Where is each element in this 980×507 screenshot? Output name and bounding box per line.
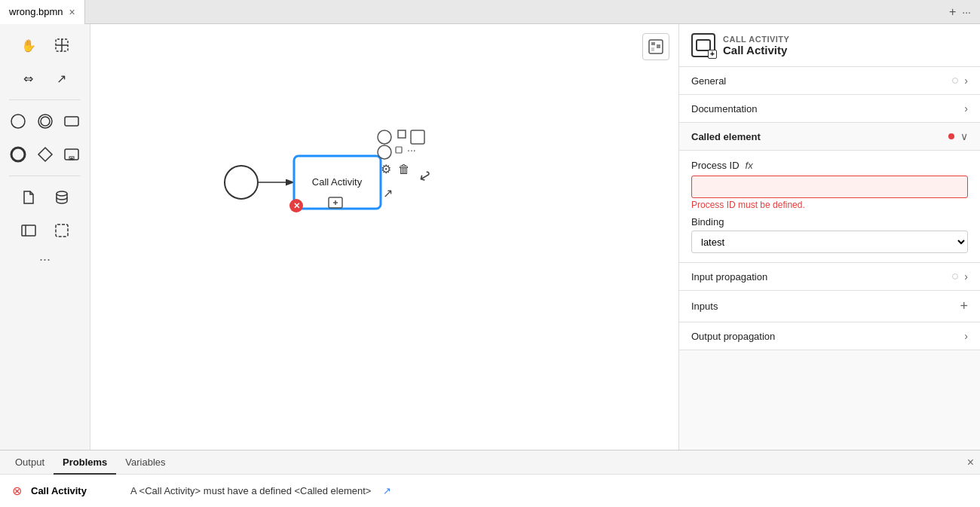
file-tab[interactable]: wrong.bpmn × xyxy=(0,0,85,24)
problem-message: A <Call Activity> must have a defined <C… xyxy=(130,485,371,496)
element-name-label: Call Activity xyxy=(723,44,789,57)
output-propagation-chevron: › xyxy=(964,330,968,342)
start-event-button[interactable] xyxy=(6,108,30,135)
svg-point-3 xyxy=(11,115,25,128)
svg-rect-30 xyxy=(396,147,402,153)
arrow-tool-button[interactable]: ↗ xyxy=(47,65,77,92)
svg-point-5 xyxy=(41,117,50,126)
svg-text:Call Activity: Call Activity xyxy=(312,176,363,188)
svg-text:🗑: 🗑 xyxy=(398,163,410,176)
output-tab[interactable]: Output xyxy=(6,450,54,475)
svg-rect-40 xyxy=(697,40,710,50)
call-activity-plus-icon: + xyxy=(708,50,717,59)
bottom-panel-close-button[interactable]: × xyxy=(967,456,974,469)
svg-point-13 xyxy=(57,191,67,196)
called-element-section[interactable]: Called element ∨ xyxy=(679,123,980,151)
inputs-section[interactable]: Inputs + xyxy=(679,291,980,322)
called-element-body: Process ID fx Process ID must be defined… xyxy=(679,151,980,263)
tab-bar-actions: + ··· xyxy=(949,5,980,19)
general-label: General xyxy=(691,75,952,87)
database-button[interactable] xyxy=(47,184,77,211)
svg-point-29 xyxy=(378,145,391,159)
svg-rect-39 xyxy=(651,47,654,51)
svg-rect-38 xyxy=(657,44,660,48)
svg-text:↩: ↩ xyxy=(415,166,435,187)
tab-close-button[interactable]: × xyxy=(69,7,75,17)
hand-tool-button[interactable]: ✋ xyxy=(14,32,44,59)
panel-title-group: CALL ACTIVITY Call Activity xyxy=(723,35,789,57)
toolbar-row-1: ✋ xyxy=(0,30,90,60)
called-element-chevron: ∨ xyxy=(960,130,968,142)
bottom-tabs: Output Problems Variables × xyxy=(0,450,980,475)
tab-filename: wrong.bpmn xyxy=(9,6,63,17)
called-element-dot xyxy=(948,133,954,139)
svg-rect-28 xyxy=(411,130,424,144)
svg-marker-27 xyxy=(398,130,406,138)
general-chevron: › xyxy=(964,75,968,87)
binding-label: Binding xyxy=(691,216,968,228)
intermediate-event-button[interactable] xyxy=(33,108,57,135)
panel-scrollable: General › Documentation › Called element… xyxy=(679,67,980,450)
process-id-label: Process ID xyxy=(691,160,740,171)
end-event-button[interactable] xyxy=(6,141,30,168)
toolbar-row-shapes-3 xyxy=(0,182,90,212)
svg-text:⚙: ⚙ xyxy=(381,163,391,176)
lasso-tool-button[interactable] xyxy=(47,32,77,59)
tab-bar: wrong.bpmn × + ··· xyxy=(0,0,980,24)
problem-row: ⊗ Call Activity A <Call Activity> must h… xyxy=(12,481,968,501)
documentation-chevron: › xyxy=(964,102,968,115)
process-id-row: Process ID fx xyxy=(691,160,968,171)
pool-button[interactable] xyxy=(14,217,44,244)
diagram-svg: Call Activity ✕ ··· ⚙ 🗑 xyxy=(90,24,678,450)
gateway-button[interactable] xyxy=(33,141,57,168)
input-propagation-section[interactable]: Input propagation › xyxy=(679,263,980,291)
toolbar-row-2: ⇔ ↗ xyxy=(0,63,90,93)
input-propagation-chevron: › xyxy=(964,270,968,283)
group-button[interactable] xyxy=(47,217,77,244)
inputs-label: Inputs xyxy=(691,301,960,312)
toolbar-row-shapes-4 xyxy=(0,215,90,246)
svg-rect-14 xyxy=(22,225,35,236)
subprocess-button[interactable] xyxy=(60,141,84,168)
svg-rect-36 xyxy=(649,40,663,53)
panel-header: + CALL ACTIVITY Call Activity xyxy=(679,24,980,67)
svg-text:···: ··· xyxy=(407,144,416,156)
bottom-area: Output Problems Variables × ⊗ Call Activ… xyxy=(0,450,980,507)
more-tools-button[interactable]: ··· xyxy=(39,252,51,267)
inputs-add-button[interactable]: + xyxy=(960,298,968,314)
svg-point-7 xyxy=(11,148,25,161)
process-id-fx: fx xyxy=(746,160,753,171)
bpmn-canvas[interactable]: Call Activity ✕ ··· ⚙ 🗑 xyxy=(90,24,678,450)
variables-tab[interactable]: Variables xyxy=(116,450,174,475)
element-type-label: CALL ACTIVITY xyxy=(723,35,789,44)
toolbar-separator-1 xyxy=(9,99,81,100)
problem-error-icon: ⊗ xyxy=(12,484,22,498)
called-element-label: Called element xyxy=(691,131,948,142)
more-tabs-button[interactable]: ··· xyxy=(962,6,971,18)
problem-link[interactable]: ↗ xyxy=(383,485,391,496)
problems-tab[interactable]: Problems xyxy=(54,450,116,475)
left-toolbar: ✋ ⇔ ↗ xyxy=(0,24,90,450)
general-section[interactable]: General › xyxy=(679,67,980,95)
general-dot xyxy=(952,78,958,84)
svg-rect-6 xyxy=(65,117,78,126)
editor-area: ✋ ⇔ ↗ xyxy=(0,24,980,450)
new-tab-button[interactable]: + xyxy=(949,5,956,19)
toolbar-row-shapes-1 xyxy=(0,106,90,136)
binding-select[interactable]: latest deployment version versionTag xyxy=(691,231,968,253)
documentation-section[interactable]: Documentation › xyxy=(679,95,980,123)
svg-text:↗: ↗ xyxy=(383,187,393,200)
process-id-input[interactable] xyxy=(691,176,968,198)
svg-marker-8 xyxy=(38,148,52,161)
document-button[interactable] xyxy=(14,184,44,211)
move-canvas-button[interactable]: ⇔ xyxy=(14,65,44,92)
output-propagation-section[interactable]: Output propagation › xyxy=(679,322,980,350)
toolbar-row-shapes-2 xyxy=(0,139,90,170)
problem-element-name: Call Activity xyxy=(31,485,121,496)
svg-point-17 xyxy=(225,166,258,199)
svg-text:✕: ✕ xyxy=(293,201,300,210)
element-type-icon: + xyxy=(691,33,715,57)
minimap-button[interactable] xyxy=(642,33,669,60)
toolbar-separator-2 xyxy=(9,176,81,176)
task-button[interactable] xyxy=(60,108,84,135)
